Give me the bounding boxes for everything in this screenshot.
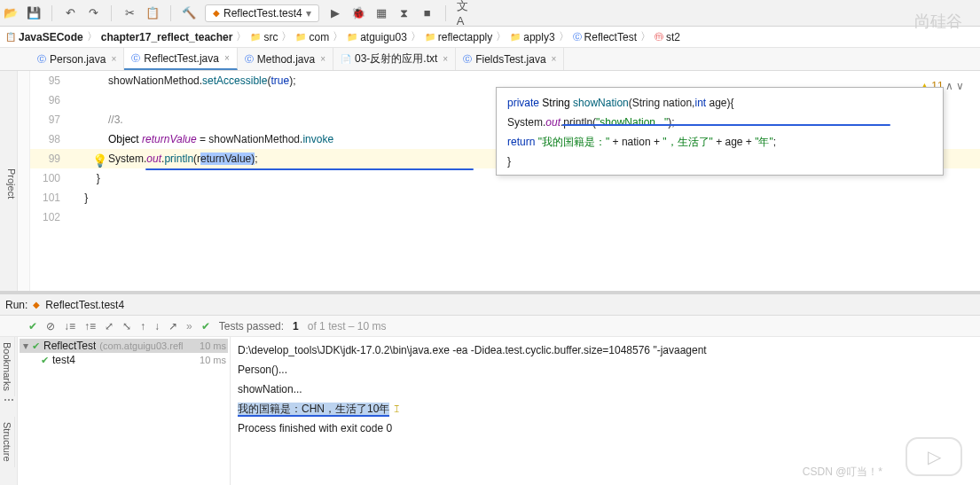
run-config-select[interactable]: ◆ ReflectTest.test4 ▾ (205, 4, 319, 22)
run-title-prefix: Run: (5, 299, 27, 311)
breadcrumb-item[interactable]: chapter17_reflect_teacher (101, 31, 233, 43)
editor-tab[interactable]: ⒸMethod.java× (238, 48, 333, 70)
code-editor[interactable]: 💡 ▲11 ∧ ∨ 95 showNationMethod.setAccessi… (30, 71, 980, 291)
console-output[interactable]: D:\develop_tools\JDK\jdk-17.0.2\bin\java… (231, 337, 980, 485)
breadcrumb-item[interactable]: 📋JavaSECode (5, 31, 83, 43)
editor-tabs: ⒸPerson.java×ⒸReflectTest.java×ⒸMethod.j… (0, 48, 980, 71)
save-icon[interactable]: 💾 (27, 6, 41, 20)
editor-tab[interactable]: ⒸPerson.java× (30, 48, 124, 70)
paste-icon[interactable]: 📋 (145, 6, 160, 20)
stop-icon[interactable]: ■ (420, 6, 435, 20)
tests-count: 1 (293, 320, 299, 332)
intention-bulb-icon[interactable]: 💡 (92, 151, 107, 170)
sort-down-icon[interactable]: ↓≡ (64, 320, 75, 332)
run-config-icon: ◆ (213, 8, 220, 18)
test-tree[interactable]: ▾✔ReflectTest (com.atguigu03.refl10 ms✔t… (18, 337, 231, 485)
chevron-down-icon: ▾ (306, 7, 311, 20)
run-config-icon: ◆ (33, 300, 40, 309)
breadcrumb-item[interactable]: 📁src (250, 31, 278, 43)
code-line[interactable]: 102 (30, 207, 980, 227)
close-icon[interactable]: × (224, 53, 230, 63)
test-tree-row[interactable]: ▾✔ReflectTest (com.atguigu03.refl10 ms (20, 339, 228, 353)
video-play-icon[interactable]: ▷ (906, 437, 962, 476)
breadcrumb-item[interactable]: 📁apply3 (510, 31, 554, 43)
disable-icon[interactable]: ⊘ (46, 320, 55, 332)
tests-ok-icon: ✔ (201, 320, 210, 332)
run-toolwindow: Run: ◆ ReflectTest.test4 ✔ ⊘ ↓≡ ↑≡ ⤢ ⤡ ↑… (0, 291, 980, 485)
tests-of: of 1 test – 10 ms (308, 320, 387, 332)
bookmarks-stripe[interactable]: Bookmarks (0, 337, 15, 396)
main-toolbar: 📂 💾 ↶ ↷ ✂ 📋 🔨 ◆ ReflectTest.test4 ▾ ▶ 🐞 … (0, 0, 980, 27)
profile-icon[interactable]: ⧗ (397, 6, 412, 20)
hammer-icon[interactable]: 🔨 (182, 6, 196, 20)
editor-tab[interactable]: 📄03-反射的应用.txt× (333, 48, 456, 70)
run-config-label: ReflectTest.test4 (223, 7, 302, 20)
close-icon[interactable]: × (443, 54, 448, 64)
documentation-popup: private String showNation(String nation,… (496, 87, 944, 176)
breadcrumb-item[interactable]: 📁atguigu03 (347, 31, 407, 43)
next-icon[interactable]: ↓ (154, 320, 160, 332)
test-tree-row[interactable]: ✔test410 ms (20, 353, 228, 367)
breadcrumb-item[interactable]: ⒸReflectTest (573, 31, 637, 43)
translate-icon[interactable]: 文A (457, 6, 471, 20)
editor-tab[interactable]: ⒸFieldsTest.java× (456, 48, 564, 70)
breadcrumb-item[interactable]: 📁com (295, 31, 329, 43)
close-icon[interactable]: × (320, 54, 325, 64)
cut-icon[interactable]: ✂ (122, 6, 137, 20)
debug-icon[interactable]: 🐞 (351, 6, 365, 20)
run-icon[interactable]: ▶ (328, 6, 342, 20)
breadcrumb-item[interactable]: ⓜst2 (655, 31, 680, 43)
expand-icon[interactable]: ⤢ (105, 320, 114, 332)
close-icon[interactable]: × (552, 54, 557, 64)
tests-label: Tests passed: (219, 320, 284, 332)
breadcrumb-item[interactable]: 📁reflectapply (425, 31, 492, 43)
project-toolwindow-stripe[interactable]: Project (0, 71, 18, 291)
undo-icon[interactable]: ↶ (63, 6, 77, 20)
prev-icon[interactable]: ↑ (140, 320, 145, 332)
coverage-icon[interactable]: ▦ (374, 6, 388, 20)
close-icon[interactable]: × (111, 54, 116, 64)
sort-up-icon[interactable]: ↑≡ (84, 320, 96, 332)
run-toolbar: ✔ ⊘ ↓≡ ↑≡ ⤢ ⤡ ↑ ↓ ↗ » ✔ Tests passed: 1 … (0, 316, 980, 337)
code-line[interactable]: 101 } (30, 188, 980, 207)
collapse-icon[interactable]: ⤡ (122, 320, 131, 332)
redo-icon[interactable]: ↷ (86, 6, 100, 20)
breadcrumb: 📋JavaSECode〉chapter17_reflect_teacher〉📁s… (0, 27, 980, 48)
open-icon[interactable]: 📂 (4, 6, 18, 20)
ok-icon[interactable]: ✔ (28, 320, 37, 332)
editor-tab[interactable]: ⒸReflectTest.java× (124, 48, 238, 70)
structure-stripe[interactable]: Structure (0, 417, 15, 467)
run-title-config: ReflectTest.test4 (45, 299, 124, 311)
export-icon[interactable]: ↗ (169, 320, 177, 332)
